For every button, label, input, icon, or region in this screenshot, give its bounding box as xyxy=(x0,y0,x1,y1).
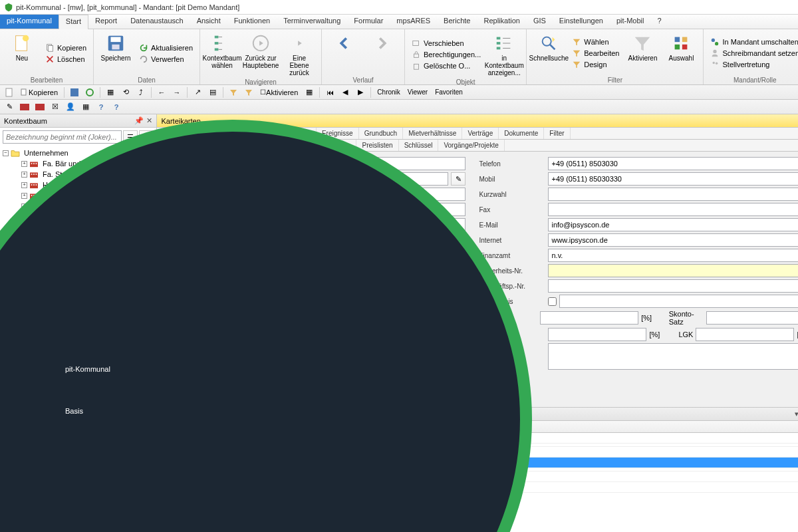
menu-replikation[interactable]: Replikation xyxy=(477,15,526,29)
kartei-tab[interactable]: Mietverhältnisse xyxy=(403,128,462,139)
tree-toggle-icon[interactable]: + xyxy=(21,182,27,188)
grid-dd-icon[interactable]: ▾ xyxy=(795,410,798,418)
inp-fax[interactable] xyxy=(548,203,798,216)
rbn-fwd[interactable] xyxy=(364,31,400,76)
rbn-zurueck-haupt[interactable]: Zurück zur Hauptebene xyxy=(243,31,279,78)
tb-next[interactable]: → xyxy=(170,86,184,98)
tb2-help2[interactable]: ? xyxy=(110,101,123,113)
inp-finanzamt[interactable] xyxy=(548,249,798,262)
menu-pitmobil[interactable]: pit-Mobil xyxy=(610,15,651,29)
menu-einstellungen[interactable]: Einstellungen xyxy=(553,15,610,29)
tb2-i1[interactable] xyxy=(18,101,31,113)
inp-geschaeftsp[interactable] xyxy=(548,279,798,293)
kartei-tab[interactable]: Vorgänge/Projekte xyxy=(438,140,504,151)
inp-lgk[interactable] xyxy=(696,328,794,341)
rbn-berechtigungen[interactable]: Berechtigungen... xyxy=(409,49,483,60)
tb-aktivieren[interactable]: ☐ Aktivieren xyxy=(257,86,301,98)
rbn-mandant-umschalten[interactable]: In Mandant umschalten xyxy=(708,37,798,47)
tree-toggle-icon[interactable]: + xyxy=(21,161,27,167)
tree-toggle-icon[interactable]: + xyxy=(21,193,27,199)
rbn-aktivieren[interactable]: Aktivieren xyxy=(624,31,660,76)
tb-intree[interactable]: ▤ xyxy=(206,86,219,98)
rbn-kopieren[interactable]: Kopieren xyxy=(43,43,89,53)
menu-report[interactable]: Report xyxy=(88,15,124,29)
close-icon[interactable]: ✕ xyxy=(146,116,152,125)
tb2-i3[interactable]: ☒ xyxy=(49,101,62,113)
tb-first[interactable]: ⏮ xyxy=(323,86,336,98)
rbn-kontextbaum[interactable]: Kontextbaum wählen xyxy=(204,31,240,78)
tb2-i2[interactable] xyxy=(33,101,47,113)
inp-mwst[interactable] xyxy=(540,311,638,325)
rbn-aktualisieren[interactable]: Aktualisieren xyxy=(136,43,196,53)
tb-prev[interactable]: ← xyxy=(155,86,168,98)
tb-left[interactable]: ◀ xyxy=(338,86,352,98)
tb-up[interactable]: ⤴ xyxy=(134,86,148,98)
menu-help[interactable]: ? xyxy=(650,15,668,29)
tb-move[interactable]: ↗ xyxy=(191,86,204,98)
tb-new[interactable] xyxy=(3,86,16,98)
inp-bemerkung[interactable] xyxy=(548,343,798,370)
kartei-tab[interactable]: Filter xyxy=(544,128,570,139)
menu-mpsares[interactable]: mpsARES xyxy=(390,15,437,29)
tb2-help1[interactable]: ? xyxy=(94,101,108,113)
rbn-stellvertretung[interactable]: Stellvertretung xyxy=(708,59,798,70)
tb-back[interactable]: ⟲ xyxy=(119,86,132,98)
kartei-tab[interactable]: Schlüssel xyxy=(399,140,439,151)
tb-save[interactable] xyxy=(68,86,81,98)
inp-skonto[interactable] xyxy=(706,311,798,325)
rbn-neu[interactable]: Neu xyxy=(4,31,40,76)
tb2-pencil[interactable]: ✎ xyxy=(3,101,16,113)
tb2-user[interactable]: 👤 xyxy=(64,101,77,113)
menu-berichte[interactable]: Berichte xyxy=(437,15,477,29)
kartei-tab[interactable]: Dokumente xyxy=(499,128,544,139)
rbn-verwerfen[interactable]: Verwerfen xyxy=(136,54,196,65)
rbn-filter-waehlen[interactable]: Wählen xyxy=(569,37,622,47)
pin-icon[interactable]: 📌 xyxy=(134,116,144,125)
tb2-i4[interactable]: ▦ xyxy=(79,101,92,113)
menu-app[interactable]: pit-Kommunal xyxy=(0,15,59,29)
inp-nachlass[interactable] xyxy=(548,328,646,341)
rbn-verschieben[interactable]: Verschieben xyxy=(409,38,483,49)
btn-adr-edit[interactable]: ✎ xyxy=(451,172,466,186)
rbn-auswahl[interactable]: Auswahl xyxy=(663,31,699,76)
inp-telefon[interactable] xyxy=(548,157,798,170)
rbn-filter-bearbeiten[interactable]: Bearbeiten xyxy=(569,48,622,59)
tb-kopieren[interactable]: Kopieren xyxy=(18,86,61,98)
menu-terminverwaltung[interactable]: Terminverwaltung xyxy=(277,15,347,29)
menu-datenaustausch[interactable]: Datenaustausch xyxy=(124,15,190,29)
tb-viewer[interactable]: Viewer xyxy=(405,86,430,98)
rbn-schnellsuche[interactable]: Schnellsuche xyxy=(531,31,567,76)
inp-befristet[interactable] xyxy=(559,295,798,308)
tb-filter1[interactable] xyxy=(227,86,240,98)
rbn-back[interactable] xyxy=(326,31,362,76)
rbn-inkontextbaum[interactable]: in Kontextbaum anzeigen... xyxy=(486,31,522,78)
tree-toggle-icon[interactable]: − xyxy=(3,150,9,156)
menu-funktionen[interactable]: Funktionen xyxy=(227,15,277,29)
rbn-speichern[interactable]: Speichern xyxy=(98,31,134,76)
rbn-ebene-zurueck[interactable]: Eine Ebene zurück xyxy=(281,31,317,78)
menu-gis[interactable]: GIS xyxy=(527,15,553,29)
menu-start[interactable]: Start xyxy=(59,15,88,29)
menu-ansicht[interactable]: Ansicht xyxy=(190,15,227,29)
rbn-mandant-setzen[interactable]: Schreibmandant setzen xyxy=(708,48,798,59)
kartei-tab[interactable]: Verträge xyxy=(462,128,499,139)
inp-kurzwahl[interactable] xyxy=(548,188,798,201)
tb-right[interactable]: ▶ xyxy=(354,86,367,98)
inp-internet[interactable] xyxy=(548,233,798,247)
menu-formular[interactable]: Formular xyxy=(347,15,390,29)
kontext-search-input[interactable] xyxy=(3,130,122,144)
tb-select[interactable]: ▦ xyxy=(303,86,316,98)
tb-filter2[interactable] xyxy=(242,86,255,98)
kartei-tab[interactable]: Grundbuch xyxy=(359,128,403,139)
rbn-filter-design[interactable]: Design xyxy=(569,59,622,70)
tree-toggle-icon[interactable]: + xyxy=(21,172,27,178)
inp-sicherheitsnr[interactable] xyxy=(548,264,798,277)
tb-favoriten[interactable]: Favoriten xyxy=(432,86,466,98)
inp-email[interactable] xyxy=(548,218,798,231)
tb-refresh[interactable] xyxy=(83,86,96,98)
inp-mobil[interactable] xyxy=(548,172,798,186)
chk-befristet[interactable] xyxy=(548,297,557,306)
rbn-geloeschte[interactable]: Gelöschte O... xyxy=(409,61,483,71)
tb-chronik[interactable]: Chronik xyxy=(374,86,402,98)
tb-tree[interactable]: ▦ xyxy=(104,86,117,98)
